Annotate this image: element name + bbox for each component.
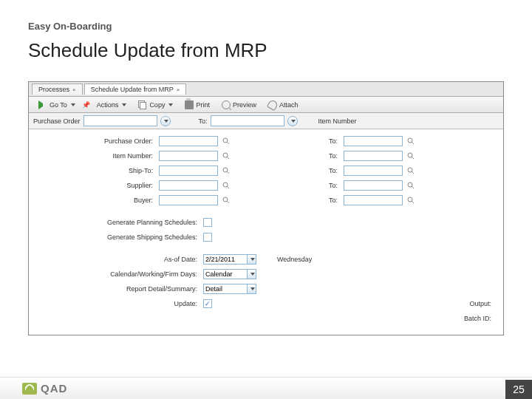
tab-label: Schedule Update from MRP	[91, 86, 174, 93]
update-label: Update:	[38, 300, 200, 307]
actions-button[interactable]: Actions	[92, 99, 132, 111]
paperclip-icon	[267, 98, 279, 110]
btn-label: Copy	[149, 101, 165, 109]
svg-line-3	[412, 142, 414, 144]
report-dropdown[interactable]	[203, 284, 256, 294]
buyer-from-input[interactable]	[159, 195, 218, 205]
logo-icon	[22, 383, 37, 395]
dropdown-button[interactable]	[248, 269, 256, 279]
dropdown-button[interactable]	[287, 116, 298, 126]
item-from-input[interactable]	[159, 151, 218, 161]
calendar-label: Calendar/Working/Firm Days:	[38, 270, 200, 278]
pin-icon[interactable]: 📌	[82, 101, 90, 109]
asof-date-picker[interactable]	[203, 254, 256, 265]
toolbar: Go To 📌 Actions Copy Print Preview Attac…	[29, 97, 503, 113]
lookup-icon[interactable]	[221, 151, 231, 161]
chevron-down-icon	[122, 103, 126, 106]
tab-processes[interactable]: Processes ×	[32, 83, 83, 95]
filter-to-input[interactable]	[211, 115, 284, 126]
update-checkbox[interactable]: ✓	[203, 299, 212, 308]
calendar-dropdown[interactable]	[203, 269, 256, 279]
close-icon[interactable]: ×	[72, 86, 76, 93]
btn-label: Print	[196, 101, 210, 109]
asof-date-input[interactable]	[203, 254, 248, 265]
gen-planning-checkbox[interactable]	[203, 218, 212, 227]
report-input[interactable]	[203, 284, 248, 294]
svg-line-13	[227, 186, 229, 188]
btn-label: Go To	[50, 101, 67, 109]
tab-schedule-update[interactable]: Schedule Update from MRP ×	[84, 83, 187, 95]
to-label: To:	[318, 167, 341, 174]
gen-shipping-label: Generate Shipping Schedules:	[38, 233, 200, 241]
copy-button[interactable]: Copy	[133, 98, 178, 112]
brand-logo: QAD	[22, 382, 67, 395]
po-label: Purchase Order:	[38, 137, 156, 145]
calendar-input[interactable]	[203, 269, 248, 279]
supplier-to-input[interactable]	[344, 180, 403, 191]
dropdown-button[interactable]	[248, 284, 256, 294]
item-to-input[interactable]	[344, 151, 403, 161]
filter-label-to: To:	[199, 117, 208, 125]
tab-bar: Processes × Schedule Update from MRP ×	[29, 82, 503, 97]
lookup-icon[interactable]	[406, 151, 416, 161]
lookup-icon[interactable]	[221, 136, 231, 146]
lookup-icon[interactable]	[406, 180, 416, 191]
lookup-icon[interactable]	[406, 166, 416, 176]
btn-label: Attach	[279, 101, 299, 109]
copy-icon	[138, 100, 147, 109]
lookup-icon[interactable]	[406, 136, 416, 146]
to-label: To:	[318, 197, 341, 204]
preview-button[interactable]: Preview	[216, 98, 262, 112]
page-number: 25	[505, 380, 532, 399]
svg-line-15	[412, 186, 414, 188]
asof-day-label: Wednesday	[277, 256, 312, 263]
print-button[interactable]: Print	[180, 98, 215, 112]
shipto-from-input[interactable]	[159, 166, 218, 176]
svg-line-11	[412, 171, 414, 174]
po-from-input[interactable]	[159, 136, 218, 146]
form-area: Purchase Order: To: Item Number: To: Shi…	[29, 129, 503, 335]
arrow-icon	[38, 100, 47, 109]
lookup-icon[interactable]	[221, 166, 231, 176]
dropdown-button[interactable]	[160, 116, 171, 126]
lookup-icon[interactable]	[221, 180, 231, 191]
calendar-button[interactable]	[248, 254, 256, 265]
supplier-label: Supplier:	[38, 182, 156, 189]
shipto-label: Ship-To:	[38, 167, 156, 174]
page-title: Schedule Update from MRP	[28, 39, 504, 62]
svg-line-7	[412, 157, 414, 159]
breadcrumb: Easy On-Boarding	[28, 21, 504, 32]
brand-text: QAD	[41, 382, 67, 395]
chevron-down-icon	[250, 258, 255, 261]
search-icon	[222, 100, 231, 109]
to-label: To:	[318, 137, 341, 145]
po-to-input[interactable]	[344, 136, 403, 146]
supplier-from-input[interactable]	[159, 180, 218, 191]
item-label: Item Number:	[38, 152, 156, 160]
lookup-icon[interactable]	[406, 195, 416, 205]
svg-line-19	[412, 201, 414, 203]
filter-po-input[interactable]	[83, 115, 157, 126]
gen-shipping-checkbox[interactable]	[203, 233, 212, 242]
chevron-down-icon	[168, 103, 173, 106]
goto-button[interactable]: Go To	[33, 98, 81, 112]
btn-label: Preview	[233, 101, 256, 109]
to-label: To:	[318, 152, 341, 160]
lookup-icon[interactable]	[221, 195, 231, 205]
buyer-to-input[interactable]	[344, 195, 403, 205]
filter-label-po: Purchase Order	[33, 117, 81, 125]
shipto-to-input[interactable]	[344, 166, 403, 176]
close-icon[interactable]: ×	[177, 86, 180, 93]
chevron-down-icon	[250, 273, 255, 276]
app-window: Processes × Schedule Update from MRP × G…	[28, 81, 504, 335]
output-label: Output:	[469, 300, 491, 307]
chevron-down-icon	[71, 103, 75, 106]
to-label: To:	[318, 182, 341, 189]
svg-line-17	[227, 201, 229, 203]
gen-planning-label: Generate Planning Schedules:	[38, 219, 200, 226]
attach-button[interactable]: Attach	[263, 98, 304, 112]
svg-line-5	[227, 157, 229, 159]
filter-label-item: Item Number	[318, 117, 357, 125]
btn-label: Actions	[97, 101, 119, 109]
chevron-down-icon	[291, 120, 296, 123]
